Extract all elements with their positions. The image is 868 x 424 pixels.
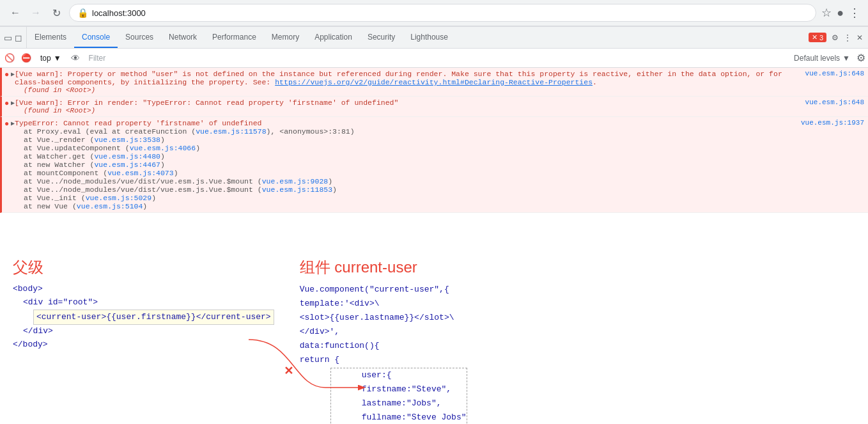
stack-line-7: at Vue../node_modules/vue/dist/vue.esm.j… — [24, 177, 864, 185]
stack-line-2: at Vue._render (vue.esm.js:3538) — [24, 136, 864, 144]
file-ref-3[interactable]: vue.esm.js:1937 — [801, 119, 864, 127]
file-ref-1[interactable]: vue.esm.js:648 — [805, 70, 864, 77]
address-bar[interactable]: 🔒 localhost:3000 — [69, 4, 816, 22]
browser-toolbar: ← → ↻ 🔒 localhost:3000 ☆ ● ⋮ — [0, 0, 868, 26]
console-entry-1: ● ▶ vue.esm.js:648 [Vue warn]: Property … — [0, 68, 868, 97]
filter-input[interactable] — [85, 52, 787, 64]
console-entry-2: ● ▶ vue.esm.js:648 [Vue warn]: Error in … — [0, 97, 868, 117]
device-icon[interactable]: ◻ — [15, 33, 22, 43]
console-toolbar: 🚫 ⛔ top ▼ 👁 Default levels ▼ ⚙ — [0, 49, 868, 68]
parent-code-line-4: </div> — [13, 325, 274, 338]
menu-icon[interactable]: ⋮ — [849, 6, 860, 20]
default-levels-select[interactable]: Default levels ▼ — [790, 52, 854, 64]
account-icon[interactable]: ● — [837, 6, 844, 20]
settings-icon[interactable]: ⚙ — [832, 33, 839, 42]
comp-line-1: Vue.component("current-user",{ — [300, 283, 555, 297]
diagram-section: 父级 <body> <div id="root"> <current-user>… — [0, 247, 868, 424]
more-icon[interactable]: ⋮ — [844, 33, 851, 42]
eye-icon[interactable]: 👁 — [68, 53, 82, 63]
tab-application[interactable]: Application — [307, 27, 360, 48]
found-in-1: (found in <Root>) — [15, 86, 864, 94]
highlighted-code-line: <current-user>{{user.firstname}}</curren… — [33, 310, 274, 326]
message-2: [Vue warn]: Error in render: "TypeError:… — [15, 98, 398, 107]
tab-network[interactable]: Network — [161, 27, 205, 48]
stack-line-6: at mountComponent (vue.esm.js:4073) — [24, 169, 864, 177]
tab-sources[interactable]: Sources — [118, 27, 161, 48]
console-settings-icon[interactable]: ⚙ — [856, 52, 865, 64]
error-badge: ✕ 3 — [809, 33, 826, 42]
file-ref-2[interactable]: vue.esm.js:648 — [805, 98, 864, 106]
stack-link-9[interactable]: vue.esm.js:5029 — [86, 194, 152, 202]
bookmark-icon[interactable]: ☆ — [821, 6, 832, 20]
link-1[interactable]: https://vuejs.org/v2/guide/reactivity.ht… — [275, 78, 593, 86]
reload-button[interactable]: ↻ — [49, 5, 64, 20]
error-icon-2: ● — [4, 99, 9, 108]
highlight-line-3: lastname:"Jobs", — [362, 397, 467, 411]
filter-toggle-button[interactable]: ⛔ — [19, 51, 33, 65]
expand-triangle-1[interactable]: ▶ — [11, 70, 15, 78]
lock-icon: 🔒 — [77, 8, 88, 18]
component-code: Vue.component("current-user",{ template:… — [300, 283, 555, 424]
context-select[interactable]: top ▼ — [36, 52, 66, 65]
devtools-icon-bar: ▭ ◻ — [0, 27, 27, 48]
context-dropdown-icon: ▼ — [54, 54, 61, 63]
tab-console[interactable]: Console — [74, 27, 118, 48]
stack-line-3: at Vue.updateComponent (vue.esm.js:4066) — [24, 144, 864, 152]
svg-text:✕: ✕ — [284, 365, 293, 377]
tab-memory[interactable]: Memory — [264, 27, 307, 48]
stack-link-5[interactable]: vue.esm.js:4467 — [94, 161, 160, 169]
stack-link-1[interactable]: vue.esm.js:11578 — [196, 127, 266, 136]
stack-link-7[interactable]: vue.esm.js:9028 — [262, 177, 329, 185]
component-section: 组件 current-user Vue.component("current-u… — [300, 257, 555, 424]
close-devtools-icon[interactable]: ✕ — [856, 33, 863, 42]
parent-title: 父级 — [13, 257, 274, 278]
parent-section: 父级 <body> <div id="root"> <current-user>… — [13, 257, 274, 424]
devtools-tabs: ▭ ◻ Elements Console Sources Network Per… — [0, 27, 868, 49]
stack-line-4: at Watcher.get (vue.esm.js:4480) — [24, 152, 864, 161]
stack-link-6[interactable]: vue.esm.js:4073 — [107, 169, 174, 177]
browser-actions: ☆ ● ⋮ — [821, 6, 860, 20]
console-entry-3: ● ▶ vue.esm.js:1937 TypeError: Cannot re… — [0, 117, 868, 213]
devtools-tabs-right: ✕ 3 ⚙ ⋮ ✕ — [803, 33, 868, 42]
stack-line-5: at new Watcher (vue.esm.js:4467) — [24, 161, 864, 169]
console-output: ● ▶ vue.esm.js:648 [Vue warn]: Property … — [0, 68, 868, 247]
url-text: localhost:3000 — [92, 8, 808, 18]
stack-trace-3: at Proxy.eval (eval at createFunction (v… — [15, 127, 864, 210]
tab-performance[interactable]: Performance — [205, 27, 264, 48]
levels-dropdown-icon: ▼ — [842, 54, 850, 63]
tab-elements[interactable]: Elements — [27, 27, 74, 48]
component-title: 组件 current-user — [300, 257, 555, 278]
dock-icon[interactable]: ▭ — [4, 33, 12, 43]
expand-triangle-2[interactable]: ▶ — [11, 99, 15, 107]
stack-link-10[interactable]: vue.esm.js:5104 — [77, 202, 143, 210]
tab-lighthouse[interactable]: Lighthouse — [403, 27, 456, 48]
expand-triangle-3[interactable]: ▶ — [11, 120, 15, 127]
highlight-line-2: firstname:"Steve", — [362, 382, 467, 397]
back-button[interactable]: ← — [8, 5, 23, 20]
stack-link-3[interactable]: vue.esm.js:4066 — [130, 144, 196, 152]
browser-chrome: ← → ↻ 🔒 localhost:3000 ☆ ● ⋮ — [0, 0, 868, 26]
error-count: 3 — [819, 34, 823, 42]
component-title-text: 组件 current-user — [300, 258, 417, 276]
message-3: TypeError: Cannot read property 'firstna… — [15, 119, 261, 127]
parent-code-line-3: <current-user>{{user.firstname}}</curren… — [13, 310, 274, 326]
comp-line-3: <slot>{{user.lastname}}</slot>\ — [300, 311, 555, 325]
stack-line-10: at new Vue (vue.esm.js:5104) — [24, 202, 864, 210]
highlight-box: user:{ firstname:"Steve", lastname:"Jobs… — [330, 368, 467, 424]
highlight-line-4: fullname:"Steve Jobs" — [362, 411, 467, 424]
stack-link-2[interactable]: vue.esm.js:3538 — [94, 136, 160, 144]
stack-link-8[interactable]: vue.esm.js:11853 — [262, 185, 332, 194]
error-icon-1: ● — [4, 70, 9, 79]
stack-link-4[interactable]: vue.esm.js:4480 — [94, 152, 160, 161]
parent-code-line-2: <div id="root"> — [13, 296, 274, 310]
clear-console-button[interactable]: 🚫 — [3, 51, 17, 65]
tab-security[interactable]: Security — [360, 27, 403, 48]
error-x-icon: ✕ — [812, 33, 818, 42]
forward-button[interactable]: → — [28, 5, 43, 20]
highlight-line-1: user:{ — [362, 368, 467, 382]
comp-line-6: return { — [300, 353, 555, 367]
comp-line-4: </div>', — [300, 325, 555, 339]
parent-code: <body> <div id="root"> <current-user>{{u… — [13, 283, 274, 352]
stack-line-8: at Vue../node_modules/vue/dist/vue.esm.j… — [24, 185, 864, 194]
error-icon-3: ● — [4, 120, 9, 129]
